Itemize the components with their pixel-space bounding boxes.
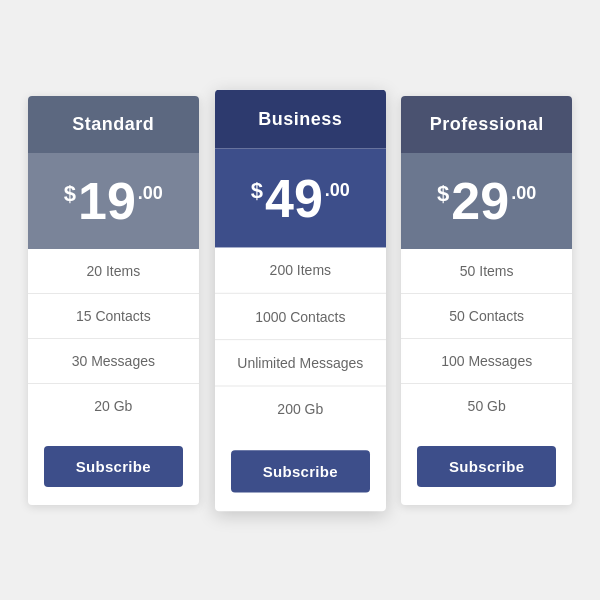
plan-business-feature-2: Unlimited Messages — [215, 340, 386, 386]
plan-business-price-main: 49 — [265, 171, 323, 225]
plan-standard-price-main: 19 — [78, 175, 136, 227]
plan-standard-feature-1: 15 Contacts — [28, 294, 199, 339]
plan-standard-features: 20 Items15 Contacts30 Messages20 Gb — [28, 249, 199, 428]
plan-business-price: $49.00 — [215, 148, 386, 247]
plan-business-subscribe-button[interactable]: Subscribe — [231, 450, 370, 492]
plan-standard: Standard$19.0020 Items15 Contacts30 Mess… — [28, 96, 199, 505]
plan-professional-price: $29.00 — [401, 153, 572, 249]
plan-standard-footer: Subscribe — [28, 428, 199, 505]
plan-professional-price-main: 29 — [451, 175, 509, 227]
plan-professional-subscribe-button[interactable]: Subscribe — [417, 446, 556, 487]
plan-business-price-cents: .00 — [325, 179, 350, 201]
plan-professional-features: 50 Items50 Contacts100 Messages50 Gb — [401, 249, 572, 428]
plan-professional-feature-0: 50 Items — [401, 249, 572, 294]
plan-professional-feature-3: 50 Gb — [401, 384, 572, 428]
plan-standard-feature-2: 30 Messages — [28, 339, 199, 384]
plan-business: Business$49.00200 Items1000 ContactsUnli… — [215, 89, 386, 510]
plan-professional: Professional$29.0050 Items50 Contacts100… — [401, 96, 572, 505]
plan-business-title: Business — [215, 89, 386, 148]
plan-professional-footer: Subscribe — [401, 428, 572, 505]
plan-professional-title: Professional — [401, 96, 572, 153]
plan-professional-price-cents: .00 — [511, 183, 536, 204]
pricing-table: Standard$19.0020 Items15 Contacts30 Mess… — [0, 66, 600, 535]
plan-professional-feature-2: 100 Messages — [401, 339, 572, 384]
plan-business-feature-3: 200 Gb — [215, 386, 386, 431]
plan-standard-feature-0: 20 Items — [28, 249, 199, 294]
plan-business-currency: $ — [250, 177, 262, 204]
plan-professional-feature-1: 50 Contacts — [401, 294, 572, 339]
plan-standard-subscribe-button[interactable]: Subscribe — [44, 446, 183, 487]
plan-standard-currency: $ — [64, 181, 76, 207]
plan-business-feature-1: 1000 Contacts — [215, 293, 386, 339]
plan-standard-title: Standard — [28, 96, 199, 153]
plan-standard-price: $19.00 — [28, 153, 199, 249]
plan-business-features: 200 Items1000 ContactsUnlimited Messages… — [215, 247, 386, 431]
plan-standard-price-cents: .00 — [138, 183, 163, 204]
plan-business-footer: Subscribe — [215, 431, 386, 510]
plan-standard-feature-3: 20 Gb — [28, 384, 199, 428]
plan-business-feature-0: 200 Items — [215, 247, 386, 293]
plan-professional-currency: $ — [437, 181, 449, 207]
